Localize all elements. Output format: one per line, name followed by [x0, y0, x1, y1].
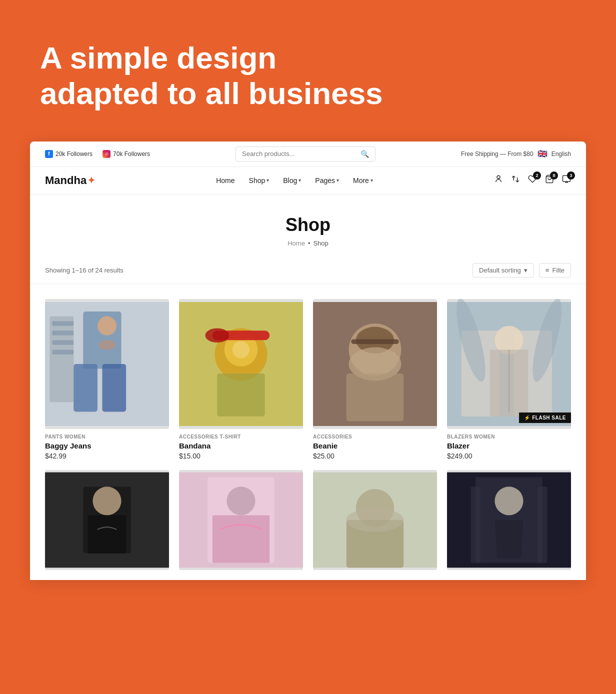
product-grid-row1: PANTS WOMEN Baggy Jeans $42.99 ACCESSORI…: [30, 284, 586, 465]
search-bar[interactable]: 🔍: [236, 146, 376, 162]
svg-rect-52: [538, 486, 547, 563]
wishlist-icon-button[interactable]: 2: [528, 174, 537, 186]
chevron-down-icon: ▾: [266, 178, 269, 183]
svg-point-13: [98, 340, 116, 350]
svg-rect-8: [52, 321, 74, 326]
product-price: $25.00: [313, 452, 437, 460]
product-image-wrap: [313, 299, 437, 429]
product-card-row2-2[interactable]: [174, 465, 308, 580]
search-icon: 🔍: [360, 150, 369, 158]
nav-more-label: More: [353, 176, 369, 184]
search-input[interactable]: [242, 150, 356, 158]
instagram-social[interactable]: ◎ 70k Followers: [102, 150, 150, 158]
product-categories: ACCESSORIES: [313, 434, 437, 440]
logo-star: ✦: [88, 175, 95, 186]
svg-rect-43: [212, 515, 270, 562]
product-image: [45, 299, 169, 429]
product-card-blazer[interactable]: ⚡ FLASH SALE BLAZERS WOMEN Blazer $249.0…: [442, 294, 576, 465]
product-image-wrap: [313, 470, 437, 570]
chevron-down-icon: ▾: [336, 178, 339, 183]
flash-sale-text: FLASH SALE: [532, 415, 566, 420]
svg-rect-26: [346, 374, 404, 421]
hero-title: A simple design adapted to all business: [40, 40, 390, 112]
product-card-baggy-jeans[interactable]: PANTS WOMEN Baggy Jeans $42.99: [40, 294, 174, 465]
product-name: Baggy Jeans: [45, 442, 169, 450]
svg-rect-51: [471, 486, 480, 563]
results-count: Showing 1–16 of 24 results: [45, 266, 124, 274]
product-categories: PANTS WOMEN: [45, 434, 169, 440]
nav-blog-label: Blog: [283, 176, 297, 184]
product-grid-row2: [30, 465, 586, 580]
flash-icon: ⚡: [524, 415, 530, 420]
svg-point-50: [494, 486, 523, 515]
product-image-wrap: ⚡ FLASH SALE: [447, 299, 571, 429]
product-image: [179, 470, 303, 570]
product-price: $15.00: [179, 452, 303, 460]
svg-point-27: [392, 352, 396, 355]
svg-point-20: [232, 341, 250, 358]
nav-item-pages[interactable]: Pages ▾: [315, 176, 339, 184]
product-image-wrap: [179, 299, 303, 429]
nav-bar: Mandha✦ Home Shop ▾ Blog ▾ Pages ▾ More …: [30, 167, 586, 194]
nav-item-home[interactable]: Home: [216, 176, 234, 184]
sort-select[interactable]: Default sorting ▾: [472, 263, 534, 278]
top-bar-right: Free Shipping — From $80 🇬🇧 English: [461, 149, 571, 158]
product-image: [447, 299, 571, 429]
notifications-badge: 3: [567, 172, 575, 180]
shop-toolbar: Showing 1–16 of 24 results Default sorti…: [30, 257, 586, 284]
toolbar-right: Default sorting ▾ ≡ Filte: [472, 263, 571, 278]
nav-pages-label: Pages: [315, 176, 335, 184]
language-label: English: [552, 150, 571, 158]
svg-rect-7: [50, 316, 74, 402]
product-image: [45, 470, 169, 570]
svg-rect-11: [52, 350, 74, 354]
product-card-row2-4[interactable]: [442, 465, 576, 580]
hero-section: A simple design adapted to all business: [0, 0, 616, 142]
cart-badge: 8: [550, 172, 558, 180]
breadcrumb-home[interactable]: Home: [288, 240, 305, 247]
facebook-social[interactable]: f 20k Followers: [45, 150, 92, 158]
product-image: [447, 470, 571, 570]
breadcrumb: Home • Shop: [40, 240, 576, 247]
notifications-icon-button[interactable]: 3: [562, 174, 571, 186]
filter-label: Filte: [552, 266, 564, 274]
nav-item-more[interactable]: More ▾: [353, 176, 373, 184]
product-price: $42.99: [45, 452, 169, 460]
filter-icon: ≡: [546, 266, 550, 274]
svg-rect-5: [74, 364, 98, 412]
cart-icon-button[interactable]: 8: [545, 174, 554, 186]
svg-rect-10: [52, 340, 74, 345]
product-image-wrap: [45, 470, 169, 570]
product-name: Bandana: [179, 442, 303, 450]
product-image: [313, 470, 437, 570]
product-image-wrap: [179, 470, 303, 570]
website-mockup: f 20k Followers ◎ 70k Followers 🔍 Free S…: [30, 142, 586, 580]
top-bar-left: f 20k Followers ◎ 70k Followers: [45, 150, 150, 158]
nav-item-blog[interactable]: Blog ▾: [283, 176, 301, 184]
nav-item-shop[interactable]: Shop ▾: [249, 176, 270, 184]
flash-sale-badge: ⚡ FLASH SALE: [519, 412, 571, 423]
chevron-down-icon: ▾: [298, 178, 301, 183]
sort-label: Default sorting: [479, 266, 521, 274]
product-categories: ACCESSORIES T-SHIRT: [179, 434, 303, 440]
product-name: Beanie: [313, 442, 437, 450]
svg-point-42: [226, 486, 255, 515]
product-image: [313, 299, 437, 429]
page-header: Shop Home • Shop: [30, 194, 586, 257]
product-card-row2-3[interactable]: [308, 465, 442, 580]
compare-icon-button[interactable]: [511, 174, 520, 186]
product-image-wrap: [45, 299, 169, 429]
svg-rect-19: [217, 374, 264, 416]
product-card-bandana[interactable]: ACCESSORIES T-SHIRT Bandana $15.00: [174, 294, 308, 465]
user-icon-button[interactable]: [494, 174, 503, 186]
svg-point-18: [205, 328, 229, 342]
filter-button[interactable]: ≡ Filte: [539, 263, 571, 278]
product-card-row2-1[interactable]: [40, 465, 174, 580]
product-image-wrap: [447, 470, 571, 570]
svg-point-47: [346, 508, 404, 532]
nav-links: Home Shop ▾ Blog ▾ Pages ▾ More ▾: [216, 176, 373, 184]
logo[interactable]: Mandha✦: [45, 174, 95, 187]
product-card-beanie[interactable]: ACCESSORIES Beanie $25.00: [308, 294, 442, 465]
svg-point-0: [497, 176, 500, 178]
svg-point-12: [98, 316, 116, 335]
